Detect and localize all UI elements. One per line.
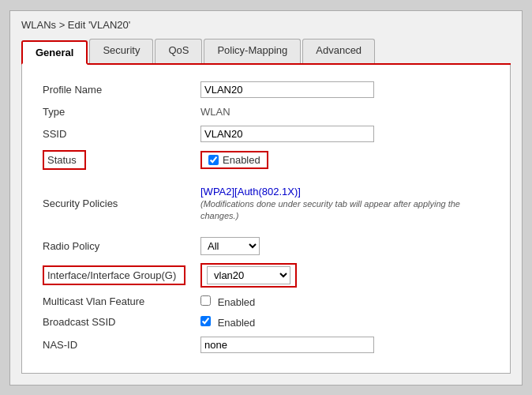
profile-name-row: Profile Name [38,77,494,102]
nas-id-row: NAS-ID [38,333,494,357]
profile-name-input[interactable] [200,81,374,98]
multicast-enabled-label: Enabled [218,296,256,308]
tab-bar: General Security QoS Policy-Mapping Adva… [21,39,511,65]
type-row: Type WLAN [38,102,494,122]
security-policies-note: (Modifications done under security tab w… [200,199,460,220]
interface-select[interactable]: vlan20 management virtual [207,266,290,284]
security-policies-value: [WPA2][Auth(802.1X)] [200,186,301,198]
broadcast-enabled-label: Enabled [218,317,256,329]
form-table: Profile Name Type WLAN SSID [38,77,494,357]
profile-name-label: Profile Name [38,77,196,102]
multicast-row: Multicast Vlan Feature Enabled [38,292,494,312]
tab-policy-mapping[interactable]: Policy-Mapping [204,39,301,63]
ssid-input[interactable] [200,126,374,142]
tab-qos[interactable]: QoS [155,39,202,63]
multicast-checkbox[interactable] [200,295,211,306]
main-container: WLANs > Edit 'VLAN20' General Security Q… [9,10,523,386]
nas-id-input[interactable] [200,337,374,353]
radio-policy-select[interactable]: All 2.4GHz 5GHz [200,237,260,255]
type-value: WLAN [200,106,230,118]
broadcast-row: Broadcast SSID Enabled [38,312,494,333]
security-policies-row: Security Policies [WPA2][Auth(802.1X)] (… [38,182,494,225]
broadcast-checkbox[interactable] [200,316,211,326]
spacer-1 [38,174,494,182]
tab-advanced[interactable]: Advanced [302,39,375,63]
nas-id-label: NAS-ID [38,333,196,357]
ssid-row: SSID [38,122,494,146]
radio-policy-label: Radio Policy [38,233,196,259]
status-checkbox[interactable] [208,155,219,165]
tab-security[interactable]: Security [89,39,153,63]
status-row: Status Enabled [38,146,494,174]
interface-row: Interface/Interface Group(G) vlan20 mana… [38,259,494,292]
security-policies-label: Security Policies [38,182,196,225]
spacer-2 [38,225,494,233]
status-highlight-box: Enabled [200,151,268,169]
breadcrumb: WLANs > Edit 'VLAN20' [21,19,511,31]
tab-general[interactable]: General [21,40,88,65]
status-label: Status [38,146,196,174]
status-enabled-label: Enabled [223,154,260,166]
interface-highlight-box: vlan20 management virtual [200,263,297,288]
ssid-label: SSID [38,122,196,146]
interface-label: Interface/Interface Group(G) [38,259,196,292]
broadcast-label: Broadcast SSID [38,312,196,333]
radio-policy-row: Radio Policy All 2.4GHz 5GHz [38,233,494,259]
multicast-label: Multicast Vlan Feature [38,292,196,312]
content-panel: Profile Name Type WLAN SSID [21,65,511,374]
type-label: Type [38,102,196,122]
